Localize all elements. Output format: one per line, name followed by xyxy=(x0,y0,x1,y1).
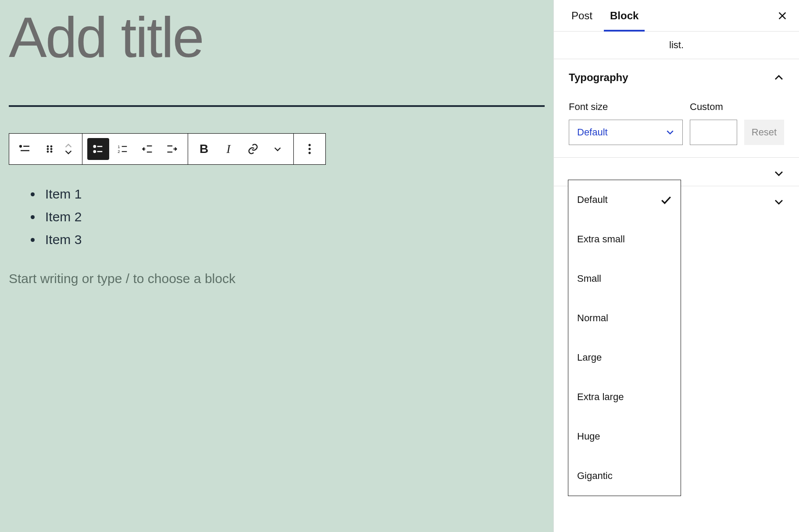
option-label: Large xyxy=(577,352,602,363)
svg-point-11 xyxy=(94,151,96,153)
italic-button[interactable]: I xyxy=(218,138,239,160)
option-label: Normal xyxy=(577,312,608,324)
font-size-option-extra-large[interactable]: Extra large xyxy=(568,377,681,417)
svg-point-9 xyxy=(94,145,96,147)
list-block[interactable]: Item 1 Item 2 Item 3 xyxy=(42,187,545,247)
block-toolbar: 1 2 B xyxy=(9,133,326,165)
unordered-list-button[interactable] xyxy=(87,138,109,160)
block-description: list. xyxy=(554,32,799,59)
font-size-option-default[interactable]: Default xyxy=(568,180,681,220)
link-button[interactable] xyxy=(242,138,264,160)
list-block-type-icon[interactable] xyxy=(14,138,36,160)
svg-point-21 xyxy=(309,144,310,146)
typography-title: Typography xyxy=(569,71,628,84)
chevron-down-icon xyxy=(666,129,674,135)
paragraph-placeholder[interactable]: Start writing or type / to choose a bloc… xyxy=(9,271,545,286)
option-label: Extra large xyxy=(577,391,624,403)
chevron-down-icon xyxy=(774,170,784,177)
font-size-option-small[interactable]: Small xyxy=(568,259,681,298)
reset-button[interactable]: Reset xyxy=(744,120,784,145)
check-icon xyxy=(660,195,672,205)
list-item[interactable]: Item 1 xyxy=(42,187,545,202)
svg-text:1: 1 xyxy=(118,145,120,149)
option-label: Huge xyxy=(577,431,600,442)
custom-size-label: Custom xyxy=(690,101,737,113)
bold-button[interactable]: B xyxy=(193,138,215,160)
font-size-label: Font size xyxy=(569,101,683,113)
sidebar-tabs: Post Block xyxy=(554,0,799,32)
outdent-button[interactable] xyxy=(136,138,158,160)
svg-point-22 xyxy=(309,148,310,150)
svg-text:2: 2 xyxy=(118,149,120,154)
option-label: Extra small xyxy=(577,234,625,245)
typography-panel: Typography Font size Default Custom Rese… xyxy=(554,59,799,158)
font-size-selected-value: Default xyxy=(577,127,608,138)
svg-point-3 xyxy=(47,145,49,147)
post-title-input[interactable]: Add title xyxy=(9,4,545,70)
svg-point-4 xyxy=(50,145,52,147)
separator-block[interactable] xyxy=(9,105,545,107)
more-rich-text-button[interactable] xyxy=(267,138,289,160)
font-size-dropdown: Default Extra small Small Normal Large E… xyxy=(568,180,681,496)
custom-size-input[interactable] xyxy=(690,120,737,145)
font-size-option-gigantic[interactable]: Gigantic xyxy=(568,456,681,496)
indent-button[interactable] xyxy=(161,138,183,160)
close-sidebar-button[interactable] xyxy=(774,8,790,24)
svg-point-5 xyxy=(47,148,49,150)
font-size-select[interactable]: Default xyxy=(569,120,683,145)
svg-point-7 xyxy=(47,151,49,153)
svg-point-6 xyxy=(50,148,52,150)
chevron-down-icon xyxy=(774,199,784,206)
font-size-option-extra-small[interactable]: Extra small xyxy=(568,220,681,259)
editor-canvas: Add title xyxy=(0,0,553,532)
option-label: Default xyxy=(577,194,608,206)
chevron-up-icon xyxy=(774,74,784,81)
settings-sidebar: Post Block list. Typography Font size De… xyxy=(553,0,799,532)
typography-panel-toggle[interactable]: Typography xyxy=(569,71,784,84)
option-label: Gigantic xyxy=(577,470,613,482)
tab-block[interactable]: Block xyxy=(601,0,647,31)
svg-point-0 xyxy=(20,145,21,147)
font-size-option-normal[interactable]: Normal xyxy=(568,298,681,338)
svg-point-23 xyxy=(309,152,310,154)
tab-post[interactable]: Post xyxy=(563,0,601,31)
more-options-button[interactable] xyxy=(299,138,321,160)
drag-handle-icon[interactable] xyxy=(39,138,61,160)
list-item[interactable]: Item 2 xyxy=(42,209,545,224)
svg-point-8 xyxy=(50,151,52,153)
font-size-option-large[interactable]: Large xyxy=(568,338,681,377)
font-size-option-huge[interactable]: Huge xyxy=(568,417,681,456)
ordered-list-button[interactable]: 1 2 xyxy=(112,138,134,160)
move-arrows[interactable] xyxy=(64,143,77,155)
list-item[interactable]: Item 3 xyxy=(42,232,545,247)
option-label: Small xyxy=(577,273,601,284)
